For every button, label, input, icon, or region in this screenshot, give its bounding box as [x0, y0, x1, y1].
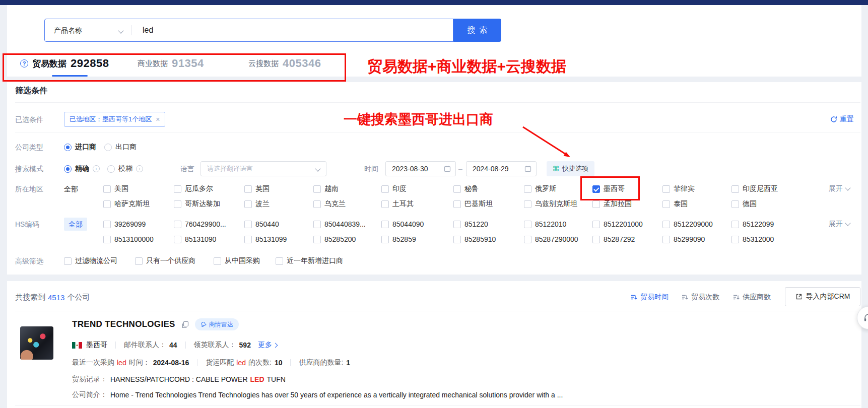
- search-input[interactable]: led: [143, 19, 153, 41]
- tab-label: 云搜数据: [248, 59, 279, 69]
- hs-checkbox[interactable]: 851220: [453, 217, 488, 232]
- business-radar-badge[interactable]: 商情雷达: [195, 318, 239, 330]
- checkbox-label: 印度: [392, 184, 407, 193]
- region-checkbox[interactable]: 哥斯达黎加: [174, 196, 220, 212]
- date-from-input[interactable]: 2023-08-30: [385, 161, 456, 176]
- calendar-icon: [524, 165, 531, 172]
- hs-checkbox[interactable]: 85285200: [313, 232, 356, 247]
- hs-checkbox[interactable]: 8512201000: [592, 217, 643, 232]
- top-nav-bar: [0, 0, 868, 5]
- advanced-filter-label: 高级筛选: [15, 253, 43, 268]
- hs-checkbox[interactable]: 85287290000: [524, 232, 578, 247]
- region-expand-button[interactable]: 展开: [829, 181, 850, 196]
- region-checkbox-mexico[interactable]: 墨西哥: [592, 181, 625, 196]
- hs-checkbox[interactable]: 85044090: [381, 217, 424, 232]
- info-circle-icon[interactable]: i: [136, 165, 143, 172]
- language-select[interactable]: 请选择翻译语言: [201, 161, 326, 176]
- checkbox-icon: [592, 200, 600, 208]
- hs-all-button[interactable]: 全部: [64, 218, 87, 231]
- sort-icon: [733, 294, 740, 301]
- region-checkbox[interactable]: 秘鲁: [453, 181, 479, 196]
- hs-checkbox[interactable]: 85285910: [453, 232, 496, 247]
- advanced-checkbox[interactable]: 从中国采购: [214, 253, 260, 268]
- hs-checkbox[interactable]: 85287292: [592, 232, 635, 247]
- checkbox-label: 墨西哥: [604, 184, 625, 193]
- hs-checkbox[interactable]: 8512209000: [662, 217, 713, 232]
- radio-fuzzy[interactable]: 模糊 i: [107, 161, 143, 176]
- hs-checkbox[interactable]: 85131099: [244, 232, 287, 247]
- radio-importer[interactable]: 进口商: [64, 140, 96, 155]
- region-checkbox[interactable]: 巴基斯坦: [453, 196, 493, 212]
- quick-options-button[interactable]: ⌘ 快捷选项: [547, 161, 594, 176]
- advanced-checkbox[interactable]: 近一年新增进口商: [276, 253, 343, 268]
- region-checkbox[interactable]: 哈萨克斯坦: [103, 196, 150, 212]
- badge-label: 商情雷达: [209, 320, 233, 329]
- checkbox-label: 秘鲁: [464, 184, 479, 193]
- checkbox-icon: [453, 221, 461, 228]
- region-checkbox[interactable]: 孟加拉国: [592, 196, 632, 212]
- tab-trade-data[interactable]: ? 贸易数据 292858: [20, 52, 109, 75]
- headset-icon: [863, 313, 868, 322]
- checkbox-label: 哈萨克斯坦: [114, 199, 150, 209]
- reset-button[interactable]: 重置: [830, 112, 854, 127]
- checkbox-icon: [103, 221, 111, 228]
- hs-checkbox[interactable]: 39269099: [103, 217, 146, 232]
- hs-checkbox[interactable]: 852859: [381, 232, 416, 247]
- hs-checkbox[interactable]: 8513100000: [103, 232, 154, 247]
- import-crm-button[interactable]: 导入内部CRM: [785, 287, 860, 306]
- hs-checkbox[interactable]: 85299090: [662, 232, 705, 247]
- checkbox-label: 85044090: [392, 220, 424, 228]
- region-checkbox[interactable]: 越南: [313, 181, 339, 196]
- hs-checkbox[interactable]: 85122099: [731, 217, 774, 232]
- sort-supplier-count[interactable]: 供应商数: [733, 290, 771, 305]
- region-checkbox[interactable]: 乌兹别克斯坦: [524, 196, 577, 212]
- region-checkbox[interactable]: 泰国: [662, 196, 688, 212]
- region-checkbox[interactable]: 厄瓜多尔: [174, 181, 213, 196]
- region-checkbox[interactable]: 土耳其: [381, 196, 414, 212]
- selected-region-tag[interactable]: 已选地区：墨西哥等1个地区 ×: [64, 112, 165, 127]
- question-circle-icon[interactable]: ?: [20, 59, 28, 67]
- checkbox-label: 8512209000: [674, 220, 713, 228]
- region-checkbox[interactable]: 印度: [381, 181, 407, 196]
- date-to-input[interactable]: 2024-08-29: [466, 161, 537, 176]
- search-button[interactable]: 搜索: [453, 19, 501, 42]
- hs-checkbox[interactable]: 760429900...: [174, 217, 226, 232]
- advanced-checkbox[interactable]: 过滤物流公司: [64, 253, 117, 268]
- region-checkbox[interactable]: 波兰: [244, 196, 270, 212]
- close-icon[interactable]: ×: [156, 115, 160, 123]
- region-all-button[interactable]: 全部: [64, 181, 78, 196]
- sort-trade-time[interactable]: 贸易时间: [631, 290, 669, 305]
- radio-exporter[interactable]: 出口商: [104, 140, 137, 155]
- more-link[interactable]: 更多: [258, 341, 277, 350]
- hs-checkbox[interactable]: 85312000: [731, 232, 774, 247]
- checkbox-label: 85122010: [535, 220, 566, 228]
- region-checkbox[interactable]: 俄罗斯: [524, 181, 556, 196]
- region-checkbox[interactable]: 美国: [103, 181, 128, 196]
- hs-expand-button[interactable]: 展开: [829, 217, 850, 232]
- checkbox-label: 厄瓜多尔: [185, 184, 213, 193]
- copy-icon[interactable]: [181, 321, 189, 328]
- checkbox-label: 近一年新增进口商: [287, 256, 343, 265]
- radio-exact[interactable]: 精确 i: [64, 161, 100, 176]
- company-thumbnail[interactable]: [20, 326, 53, 360]
- sort-trade-count[interactable]: 贸易次数: [682, 290, 719, 305]
- hs-checkbox[interactable]: 85122010: [524, 217, 566, 232]
- hs-checkbox[interactable]: 85131090: [174, 232, 216, 247]
- hs-checkbox[interactable]: 850440: [244, 217, 279, 232]
- company-country: 墨西哥: [86, 341, 107, 350]
- region-checkbox[interactable]: 乌克兰: [313, 196, 346, 212]
- checkbox-icon: [214, 257, 221, 265]
- info-circle-icon[interactable]: i: [93, 165, 100, 172]
- search-category-select[interactable]: 产品名称: [54, 19, 82, 41]
- company-name[interactable]: TREND TECHNOLOGIES: [72, 319, 175, 329]
- region-checkbox[interactable]: 印度尼西亚: [731, 181, 778, 196]
- region-checkbox[interactable]: 德国: [731, 196, 757, 212]
- tab-business-data[interactable]: 商业数据 91354: [138, 52, 204, 75]
- hs-checkbox[interactable]: 850440839...: [313, 217, 366, 232]
- tab-cloud-data[interactable]: 云搜数据 405346: [248, 52, 321, 75]
- region-checkbox[interactable]: 菲律宾: [662, 181, 695, 196]
- advanced-checkbox[interactable]: 只有一个供应商: [135, 253, 195, 268]
- export-icon: [795, 293, 803, 300]
- checkbox-icon: [453, 185, 461, 193]
- region-checkbox[interactable]: 英国: [244, 181, 270, 196]
